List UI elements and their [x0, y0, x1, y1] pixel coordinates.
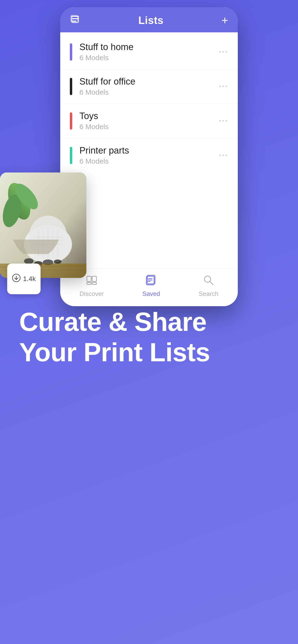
- svg-point-34: [54, 260, 61, 264]
- svg-rect-7: [92, 276, 96, 282]
- list-item[interactable]: Stuff to home 6 Models ···: [60, 35, 238, 69]
- list-item-text: Toys 6 Models: [79, 111, 219, 131]
- list-item-text: Stuff for office 6 Models: [79, 76, 219, 96]
- list-item-count: 6 Models: [79, 54, 219, 62]
- list-color-indicator: [70, 112, 72, 130]
- header-list-icon: [70, 14, 80, 26]
- hero-title-line1: Curate & Share: [19, 307, 279, 337]
- lists-container: Stuff to home 6 Models ··· Stuff for off…: [60, 32, 238, 172]
- list-item-count: 6 Models: [79, 123, 219, 131]
- discover-label: Discover: [79, 290, 104, 298]
- list-item-more-button[interactable]: ···: [219, 82, 228, 92]
- empty-content-area: [60, 172, 238, 268]
- header-title: Lists: [138, 14, 163, 26]
- hero-title-line2: Your Print Lists: [19, 337, 279, 368]
- list-item-more-button[interactable]: ···: [219, 116, 228, 126]
- saved-icon: [145, 274, 157, 288]
- list-item-count: 6 Models: [79, 88, 219, 96]
- svg-rect-6: [87, 276, 91, 282]
- app-header: Lists +: [60, 7, 238, 32]
- list-item-more-button[interactable]: ···: [219, 150, 228, 160]
- saved-label: Saved: [142, 290, 160, 298]
- list-color-indicator: [70, 78, 72, 95]
- hero-section: Curate & Share Your Print Lists: [19, 307, 279, 452]
- download-count: 1.4k: [23, 275, 36, 283]
- floating-photo-card: [0, 172, 86, 278]
- list-item-text: Printer parts 6 Models: [79, 146, 219, 165]
- download-icon: [12, 274, 21, 284]
- svg-line-16: [210, 282, 213, 284]
- list-item-name: Toys: [79, 111, 219, 121]
- list-color-indicator: [70, 147, 72, 164]
- discover-icon: [86, 274, 97, 288]
- svg-rect-9: [92, 282, 96, 284]
- search-icon: [203, 274, 214, 288]
- svg-point-31: [24, 258, 34, 264]
- search-label: Search: [199, 290, 218, 298]
- list-item[interactable]: Printer parts 6 Models ···: [60, 138, 238, 172]
- list-item-text: Stuff to home 6 Models: [79, 42, 219, 62]
- list-color-indicator: [70, 43, 72, 60]
- list-item-count: 6 Models: [79, 157, 219, 165]
- list-item[interactable]: Stuff for office 6 Models ···: [60, 69, 238, 104]
- download-badge: 1.4k: [7, 264, 41, 294]
- phone-screen: Lists + Stuff to home 6 Models ··· Stuff…: [60, 7, 238, 306]
- add-list-button[interactable]: +: [221, 14, 228, 26]
- bottom-navigation: Discover Saved: [60, 268, 238, 306]
- list-item-name: Stuff for office: [79, 76, 219, 87]
- list-item-more-button[interactable]: ···: [219, 47, 228, 57]
- photo-card-image: [0, 172, 86, 278]
- list-item-name: Stuff to home: [79, 42, 219, 52]
- nav-item-saved[interactable]: Saved: [142, 274, 160, 298]
- list-item-name: Printer parts: [79, 146, 219, 156]
- svg-rect-8: [87, 282, 91, 284]
- phone-mockup: Lists + Stuff to home 6 Models ··· Stuff…: [60, 7, 238, 306]
- list-item[interactable]: Toys 6 Models ···: [60, 104, 238, 138]
- nav-item-search[interactable]: Search: [199, 274, 218, 298]
